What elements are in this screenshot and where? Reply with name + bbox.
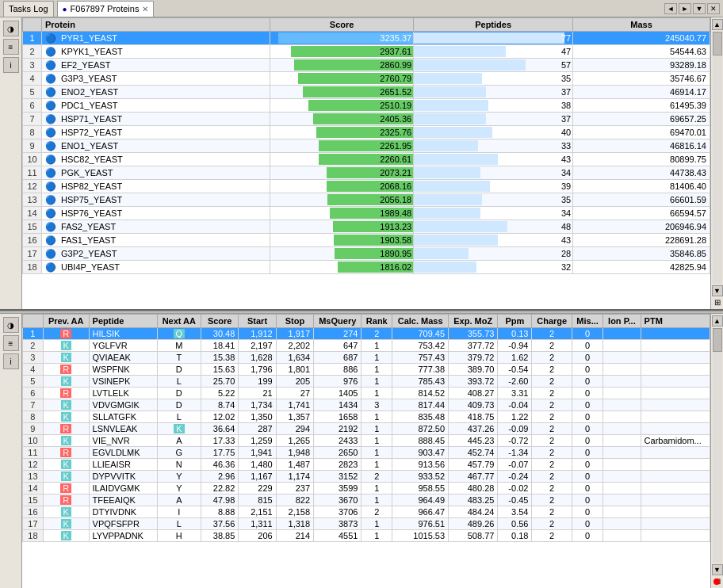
proteins-scroll-track[interactable] [713,32,722,284]
protein-row[interactable]: 13 🔵 HSP75_YEAST 2056.18 35 66601.59 [23,193,710,207]
peptide-row[interactable]: 8 K SLLATGFK L 12.02 1,350 1,357 1658 1 … [23,411,710,423]
exp-moz-cell: 484.24 [449,506,498,518]
ion-p-cell [603,506,641,518]
peptide-settings-icon[interactable]: ≡ [3,335,19,351]
stop-cell: 1,801 [276,364,313,376]
pep-score-cell: 8.88 [201,506,238,518]
peptide-row[interactable]: 5 K VSINEPK L 25.70 199 205 976 1 785.43… [23,376,710,388]
protein-row[interactable]: 1 🔵 PYR1_YEAST 3235.37 77 245040.77 [23,32,710,45]
col-msquery[interactable]: MsQuery [314,315,362,328]
protein-row[interactable]: 18 🔵 UBI4P_YEAST 1816.02 32 42825.94 [23,261,710,274]
protein-row[interactable]: 9 🔵 ENO1_YEAST 2261.95 33 46816.14 [23,139,710,153]
col-peptides[interactable]: Peptides [414,18,573,32]
col-mis[interactable]: Mis... [572,315,602,328]
protein-row[interactable]: 5 🔵 ENO2_YEAST 2651.52 37 46914.17 [23,86,710,99]
peptides-table-scroll[interactable]: Prev. AA Peptide Next AA Score Start Sto… [22,314,710,588]
tab-tasks-log[interactable]: Tasks Log [3,1,54,17]
pep-num-cell: 9 [23,423,44,435]
peptide-info-icon[interactable]: i [3,353,19,369]
col-ptm[interactable]: PTM [641,315,710,328]
nav-down-button[interactable]: ▼ [693,3,706,14]
proteins-header-row: Protein Score Peptides Mass [23,18,710,32]
peptide-row[interactable]: 6 R LVTLELK D 5.22 21 27 1405 1 814.52 4… [23,388,710,399]
protein-row[interactable]: 7 🔵 HSP71_YEAST 2405.36 37 69657.25 [23,113,710,126]
protein-name-cell: 🔵 ENO2_YEAST [42,86,270,99]
protein-row[interactable]: 15 🔵 FAS2_YEAST 1913.23 48 206946.94 [23,220,710,234]
col-pep-score[interactable]: Score [201,315,238,328]
protein-row[interactable]: 6 🔵 PDC1_YEAST 2510.19 38 61495.39 [23,99,710,113]
peptide-row[interactable]: 11 R EGVLDLMK G 17.75 1,941 1,948 2650 1… [23,447,710,459]
protein-row[interactable]: 14 🔵 HSP76_YEAST 1989.48 34 66594.57 [23,207,710,220]
peptides-scroll-thumb[interactable] [713,328,722,352]
col-mass[interactable]: Mass [573,18,710,32]
tab-proteins[interactable]: ● F067897 Proteins ✕ [57,1,155,17]
mis-cell: 0 [572,411,602,423]
pep-score-cell: 17.75 [201,447,238,459]
peptide-row[interactable]: 2 K YGLFVR M 18.41 2,197 2,202 647 1 753… [23,340,710,352]
row-num-cell: 8 [23,126,42,139]
col-ppm[interactable]: Ppm [498,315,532,328]
peptide-row[interactable]: 17 K VPQFSFPR L 37.56 1,311 1,318 3873 1… [23,518,710,530]
col-rank[interactable]: Rank [362,315,392,328]
proteins-scroll-up[interactable]: ▲ [712,19,723,30]
col-stop[interactable]: Stop [276,315,313,328]
close-window-button[interactable]: ✕ [707,3,720,14]
peptide-row[interactable]: 3 K QVIAEAK T 15.38 1,628 1,634 687 1 75… [23,352,710,364]
peptide-row[interactable]: 1 R HILSIK Q 30.48 1,912 1,917 274 2 709… [23,328,710,340]
pep-num-cell: 3 [23,352,44,364]
col-start[interactable]: Start [239,315,276,328]
protein-filter-icon[interactable]: ◑ [3,21,19,36]
exp-moz-cell: 467.77 [449,471,498,483]
col-prev-aa[interactable]: Prev. AA [43,315,89,328]
protein-row[interactable]: 17 🔵 G3P2_YEAST 1890.95 28 35846.85 [23,247,710,261]
peptide-row[interactable]: 10 K VIE_NVR A 17.33 1,259 1,265 2433 1 … [23,435,710,447]
peptide-name-cell: LSNVLEAK [89,423,157,435]
peptide-row[interactable]: 18 K LYVPPADNK H 38.85 206 214 4551 1 10… [23,530,710,542]
peptide-row[interactable]: 12 K LLIEAISR N 46.36 1,480 1,487 2823 1… [23,459,710,471]
peptide-row[interactable]: 4 R WSPFNK D 15.63 1,796 1,801 886 1 777… [23,364,710,376]
col-exp-moz[interactable]: Exp. MoZ [449,315,498,328]
protein-info-icon[interactable]: i [3,57,19,73]
proteins-scroll-thumb[interactable] [713,32,722,55]
protein-row[interactable]: 10 🔵 HSC82_YEAST 2260.61 43 80899.75 [23,153,710,166]
protein-row[interactable]: 12 🔵 HSP82_YEAST 2068.16 39 81406.40 [23,180,710,193]
protein-row[interactable]: 2 🔵 KPYK1_YEAST 2937.61 47 54544.63 [23,45,710,59]
proteins-scroll-down[interactable]: ▼ [712,285,723,296]
protein-row[interactable]: 11 🔵 PGK_YEAST 2073.21 34 44738.43 [23,166,710,180]
peptide-row[interactable]: 7 K VDVGMGIK D 8.74 1,734 1,741 1434 3 8… [23,399,710,411]
peptides-bar [414,86,486,97]
score-value: 2261.95 [380,139,411,152]
peptide-row[interactable]: 13 K DYPVVITK Y 2.96 1,167 1,174 3152 2 … [23,471,710,483]
nav-right-button[interactable]: ► [679,3,691,14]
mass-cell: 35846.85 [573,247,710,261]
next-aa-value: L [177,412,182,422]
prev-aa-value: K [61,531,71,540]
ptm-cell [641,352,710,364]
score-bar-container: 2056.18 [270,193,413,206]
peptides-scroll-down[interactable]: ▼ [712,564,723,575]
nav-left-button[interactable]: ◄ [664,3,677,14]
col-score[interactable]: Score [270,18,414,32]
peptide-row[interactable]: 14 R ILAIDVGMK Y 22.82 229 237 3599 1 95… [23,483,710,494]
proteins-table-scroll[interactable]: Protein Score Peptides Mass 1 🔵 PYR1_YEA… [22,17,710,309]
peptide-row[interactable]: 15 R TFEEAIQK A 47.98 815 822 3670 1 964… [23,494,710,506]
protein-row[interactable]: 8 🔵 HSP72_YEAST 2325.76 40 69470.01 [23,126,710,139]
protein-row[interactable]: 3 🔵 EF2_YEAST 2860.99 57 93289.18 [23,59,710,72]
col-next-aa[interactable]: Next AA [157,315,201,328]
protein-row[interactable]: 16 🔵 FAS1_YEAST 1903.58 43 228691.28 [23,234,710,247]
close-icon[interactable]: ✕ [142,5,148,13]
peptides-scroll-up[interactable]: ▲ [712,315,723,326]
col-protein[interactable]: Protein [42,18,270,32]
peptide-filter-icon[interactable]: ◑ [3,317,19,333]
protein-row[interactable]: 4 🔵 G3P3_YEAST 2760.79 35 35746.67 [23,72,710,86]
peptide-row[interactable]: 16 K DTYIVDNK I 8.88 2,151 2,158 3706 2 … [23,506,710,518]
col-ion-p[interactable]: Ion P... [603,315,641,328]
col-charge[interactable]: Charge [532,315,572,328]
peptides-scroll-track[interactable] [713,328,722,563]
protein-settings-icon[interactable]: ≡ [3,39,19,55]
peptide-row[interactable]: 9 R LSNVLEAK K 36.64 287 294 2192 1 872.… [23,423,710,435]
col-peptide[interactable]: Peptide [89,315,157,328]
ptm-cell [641,411,710,423]
col-calc-mass[interactable]: Calc. Mass [392,315,449,328]
calc-mass-cell: 958.55 [392,483,449,494]
